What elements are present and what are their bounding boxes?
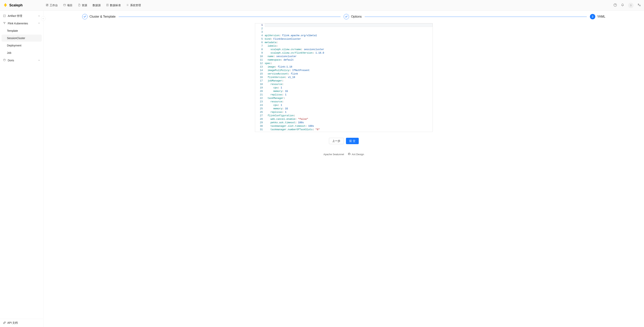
nav-item-label: 数据源: [92, 4, 101, 7]
sidebar-footer-api-docs[interactable]: API 文档: [0, 319, 43, 327]
language-icon[interactable]: [638, 3, 641, 7]
footer-link-label: Ant Design: [352, 153, 364, 156]
chevron-icon: [38, 22, 40, 25]
project-icon: [63, 4, 66, 7]
gutter-line: 18: [256, 83, 263, 86]
nav-item-1[interactable]: 项目: [63, 4, 72, 7]
code-line: flinkVersion: v1_18: [265, 76, 431, 79]
gutter-line: 24: [256, 104, 263, 107]
gutter-line: 31: [256, 128, 263, 131]
sidebar-group-label: Artifact 管理: [8, 14, 22, 18]
gutter-line: 9: [256, 51, 263, 55]
step-0[interactable]: Cluster & Template: [82, 14, 116, 19]
code-line: kind: FlinkSessionCluster: [265, 37, 431, 41]
svg-rect-0: [64, 4, 66, 6]
step-icon: [82, 14, 88, 19]
nav-item-label: 资源: [82, 4, 87, 7]
help-icon[interactable]: [614, 3, 617, 7]
sidebar-item-job[interactable]: Job: [2, 49, 42, 56]
sidebar-item-template[interactable]: Template: [2, 27, 42, 34]
code-line: cpu: 1: [265, 86, 431, 90]
code-line: spec:: [265, 62, 431, 65]
gutter-line: 2: [256, 27, 263, 30]
editor-code[interactable]: apiVersion: flink.apache.org/v1beta1kind…: [265, 24, 432, 132]
bell-icon[interactable]: [621, 3, 624, 7]
nav-item-2[interactable]: 资源: [78, 4, 87, 7]
yaml-editor[interactable]: – 12345678910111213141516171819202122232…: [255, 23, 433, 132]
sidebar: Artifact 管理Flink KuberentesTemplateSessi…: [0, 11, 44, 327]
code-line: resource:: [265, 83, 431, 86]
nav-item-0[interactable]: 工作台: [46, 4, 58, 7]
logo[interactable]: Scaleph: [3, 3, 22, 8]
gutter-line: 21: [256, 93, 263, 97]
doris-icon: [3, 59, 6, 62]
step-icon: [344, 14, 349, 19]
sidebar-footer-label: API 文档: [7, 321, 18, 325]
gutter-line: 6: [256, 41, 263, 44]
sidebar-menu: Artifact 管理Flink KuberentesTemplateSessi…: [0, 11, 43, 319]
code-line: kubernetes.rest-service.exposed.type: Lo…: [265, 131, 431, 132]
prev-button[interactable]: 上一步: [329, 138, 344, 144]
editor-gutter: 1234567891011121314151617181920212223242…: [255, 24, 265, 132]
nav-item-5[interactable]: 系统管理: [126, 4, 141, 7]
sidebar-group-2[interactable]: Doris: [2, 57, 42, 64]
avatar[interactable]: S: [628, 3, 634, 8]
code-line: taskmanager.slot.timeout: 100s: [265, 124, 431, 128]
footer-link-antdesign[interactable]: Ant Design: [348, 153, 364, 156]
gutter-line: 30: [256, 124, 263, 128]
gutter-line: 5: [256, 37, 263, 41]
code-line: scaleph.sliew.cn/name: sessioncluster: [265, 48, 431, 51]
gutter-line: 23: [256, 100, 263, 104]
link-icon: [3, 321, 6, 325]
gutter-line: 26: [256, 111, 263, 114]
steps: Cluster & TemplateOptions3YAML: [82, 14, 605, 19]
code-line: name: sessioncluster: [265, 55, 431, 58]
code-line: jobManager:: [265, 79, 431, 83]
gutter-line: 11: [256, 58, 263, 62]
gutter-line: 17: [256, 79, 263, 83]
sidebar-item-deployment[interactable]: Deployment: [2, 42, 42, 49]
step-2[interactable]: 3YAML: [590, 14, 605, 19]
code-line: replicas: 1: [265, 93, 431, 97]
action-bar: 上一步 提交: [44, 136, 644, 150]
code-line: cpu: 1: [265, 104, 431, 107]
nav-item-4[interactable]: 数据标准: [106, 4, 121, 7]
code-line: namespace: default: [265, 58, 431, 62]
sidebar-item-sessioncluster[interactable]: SessionCluster: [2, 35, 42, 42]
gutter-line: 20: [256, 90, 263, 93]
gutter-line: 29: [256, 121, 263, 124]
sidebar-collapse-toggle[interactable]: [41, 16, 46, 21]
code-line: serviceAccount: flink: [265, 72, 431, 76]
gutter-line: 25: [256, 107, 263, 111]
code-line: memory: 1G: [265, 90, 431, 93]
sidebar-group-1[interactable]: Flink Kuberentes: [2, 20, 42, 27]
code-line: labels:: [265, 44, 431, 48]
logo-text: Scaleph: [9, 3, 22, 7]
gutter-line: 27: [256, 114, 263, 117]
page-footer: Apache Seatunnel Ant Design: [44, 150, 644, 159]
header-actions: S: [614, 3, 641, 8]
app-header: Scaleph 工作台项目资源数据源数据标准系统管理 S: [0, 0, 644, 11]
sidebar-group-0[interactable]: Artifact 管理: [2, 12, 42, 20]
gutter-line: 13: [256, 65, 263, 69]
code-line: flinkConfiguration:: [265, 114, 431, 117]
logo-icon: [3, 3, 8, 8]
code-line: apiVersion: flink.apache.org/v1beta1: [265, 34, 431, 37]
step-1[interactable]: Options: [344, 14, 362, 19]
submit-button[interactable]: 提交: [346, 138, 359, 144]
nav-item-label: 系统管理: [130, 4, 141, 7]
svg-point-7: [4, 24, 5, 24]
step-title: Cluster & Template: [90, 15, 116, 18]
gutter-line: 16: [256, 76, 263, 79]
step-icon: 3: [590, 14, 595, 19]
code-line: memory: 1G: [265, 107, 431, 111]
footer-link-seatunnel[interactable]: Apache Seatunnel: [324, 153, 344, 156]
nav-item-3[interactable]: 数据源: [92, 4, 101, 7]
flink-icon: [3, 22, 6, 25]
nav-item-label: 数据标准: [110, 4, 121, 7]
svg-point-2: [127, 5, 128, 6]
code-line: metadata:: [265, 41, 431, 44]
editor-active-line-highlight: [265, 24, 432, 27]
step-title: YAML: [597, 15, 605, 18]
avatar-initial: S: [630, 4, 632, 7]
